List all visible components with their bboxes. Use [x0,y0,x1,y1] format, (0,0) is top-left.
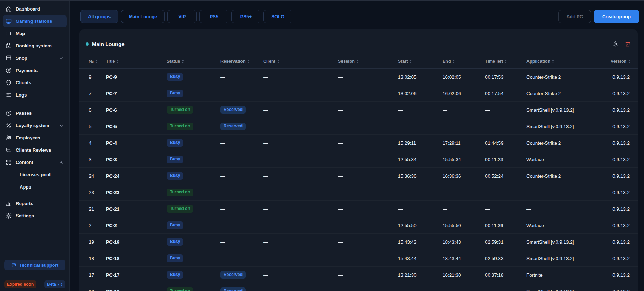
cell-status: Busy [167,90,220,97]
cell-number: 6 [89,107,106,113]
sidebar-item-dashboard[interactable]: Dashboard [3,3,67,15]
column-header-status[interactable]: Status [167,59,220,64]
beta-label: Beta [47,282,56,287]
sidebar-item-label: Shop [16,55,27,61]
cell-reservation: — [220,157,263,162]
group-filter-all-groups[interactable]: All groups [80,10,118,23]
cell-session: — [338,256,398,261]
cell-version: 0.9.13.2 [611,256,630,261]
sidebar-item-shop[interactable]: Shop [3,52,67,64]
sort-icon [453,60,455,63]
sidebar-item-employees[interactable]: Employees [3,132,67,144]
group-filter-main-lounge[interactable]: Main Lounge [121,10,165,23]
sidebar-item-reports[interactable]: Reports [3,197,67,210]
sidebar-spacer [0,193,69,197]
station-row-pc-9[interactable]: 9PC-9Busy———13:02:0516:02:0500:17:53Coun… [79,69,638,85]
station-row-pc-24[interactable]: 24PC-24Busy———15:36:3616:36:3600:52:24Co… [79,168,638,184]
column-header-time-left[interactable]: Time left [485,59,526,64]
group-filter-ps5[interactable]: PS5 [199,10,228,23]
cell-application: SmartShell [v.0.9.13.2] [526,107,611,113]
cell-title: PC-5 [106,124,167,129]
cell-reservation: — [220,91,263,96]
station-row-pc-4[interactable]: 4PC-4Busy———15:29:1117:29:1101:44:59Coun… [79,135,638,151]
sidebar-item-apps[interactable]: Apps [3,181,67,193]
chat-icon [5,147,12,153]
station-row-pc-19[interactable]: 19PC-19Busy———15:43:4318:43:4302:59:31Sm… [79,234,638,250]
column-label: № [89,59,94,64]
group-filter-vip[interactable]: VIP [167,10,197,23]
cell-status: Busy [167,172,220,179]
sidebar-item-gaming-stations[interactable]: Gaming stations [3,15,67,27]
column-header-session[interactable]: Session [338,59,398,64]
cell-start: — [398,107,443,113]
cell-status: Turned on [167,106,220,113]
cell-status: Busy [167,73,220,80]
station-row-pc-3[interactable]: 3PC-3Busy———12:55:3415:55:3400:11:23Warf… [79,151,638,168]
sort-icon [247,60,250,63]
cell-session: — [338,239,398,245]
sidebar-item-licenses-pool[interactable]: Licenses pool [3,168,67,181]
cell-client: — [263,91,338,96]
sidebar-item-label: Licenses pool [20,172,51,177]
report-icon [5,200,12,207]
station-row-pc-18[interactable]: 18PC-18Busy———15:43:4418:43:4402:59:33Sm… [79,250,638,267]
station-row-pc-23[interactable]: 23PC-23Turned on———————0.9.13.2 [79,184,638,201]
sidebar-item-label: Content [16,160,33,165]
station-row-pc-2[interactable]: 2PC-2Busy———12:55:5015:55:5000:11:39Warf… [79,217,638,234]
sort-icon [95,60,98,63]
column-header-start[interactable]: Start [398,59,443,64]
sidebar-item-content[interactable]: Content [3,156,67,168]
create-group-button[interactable]: Create group [594,10,639,23]
sidebar-item-clients[interactable]: Clients [3,77,67,89]
sidebar-item-loyalty-system[interactable]: Loyalty system [3,119,67,132]
station-row-pc-5[interactable]: 5PC-5Turned onReserved—————SmartShell [v… [79,118,638,135]
sidebar-item-logs[interactable]: Logs [3,89,67,101]
cell-start: — [398,206,443,212]
info-icon [58,282,62,287]
station-row-pc-6[interactable]: 6PC-6Turned onReserved—————SmartShell [v… [79,102,638,118]
group-filter-solo[interactable]: SOLO [263,10,292,23]
cell-reservation: — [220,173,263,179]
sidebar-item-map[interactable]: Map [3,27,67,40]
column-header-title[interactable]: Title [106,59,167,64]
delete-group-trash-icon[interactable] [625,41,631,47]
cell-start: 12:55:34 [398,157,443,162]
column-label: Client [263,59,275,64]
cell-session: — [338,173,398,179]
column-header-[interactable]: № [89,59,106,64]
cell-version: 0.9.13.2 [611,107,630,113]
technical-support-button[interactable]: Technical support [4,260,65,270]
cell-title: PC-21 [106,206,167,212]
sidebar-item-payments[interactable]: Payments [3,64,67,77]
station-row-pc-16[interactable]: 16PC-16Turned onReserved—————SmartShell … [79,283,638,291]
status-badge: Busy [167,139,183,146]
sidebar-item-label: Reports [16,201,33,206]
cell-end: — [443,124,485,129]
column-header-application[interactable]: Application [526,59,611,64]
column-header-client[interactable]: Client [263,59,338,64]
sidebar-item-settings[interactable]: Settings [3,210,67,222]
cell-status: Busy [167,221,220,229]
station-row-pc-7[interactable]: 7PC-7Busy———13:02:0616:02:0600:17:54Coun… [79,85,638,102]
group-filter-ps5+[interactable]: PS5+ [231,10,260,23]
add-pc-button[interactable]: Add PC [558,10,591,23]
cell-end: — [443,206,485,212]
beta-badge[interactable]: Beta [44,280,65,288]
status-badge: Turned on [167,189,193,196]
column-header-end[interactable]: End [443,59,485,64]
station-row-pc-21[interactable]: 21PC-21Turned on———————0.9.13.2 [79,201,638,217]
sidebar-item-booking-system[interactable]: Booking system [3,40,67,52]
station-row-pc-17[interactable]: 17PC-17BusyReserved——13:21:3016:21:3000:… [79,267,638,283]
cell-application: Counter-Strike 2 [526,91,611,96]
sidebar-item-clients-reviews[interactable]: Clients Reviews [3,144,67,156]
group-settings-gear-icon[interactable] [612,41,619,47]
sort-icon [628,60,630,63]
cell-status: Turned on [167,123,220,130]
column-header-reservation[interactable]: Reservation [220,59,263,64]
cell-time-left: — [485,190,526,195]
cell-version: 0.9.13.2 [611,140,630,146]
column-label: Title [106,59,115,64]
sidebar-item-passes[interactable]: Passes [3,107,67,119]
cell-client: — [263,272,338,278]
column-header-version[interactable]: Version [611,59,630,64]
